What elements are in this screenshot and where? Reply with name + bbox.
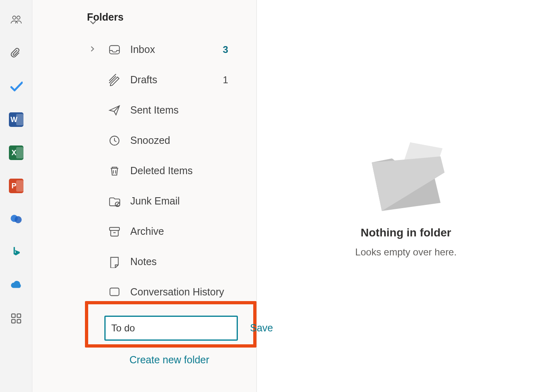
folder-sent[interactable]: Sent Items [32, 95, 256, 125]
folder-label: Snoozed [130, 135, 170, 146]
new-folder-highlight: Save [85, 301, 256, 348]
chevron-right-icon [88, 44, 96, 55]
empty-folder-illustration [362, 134, 451, 219]
more-apps-icon[interactable] [8, 310, 24, 327]
folder-drafts[interactable]: Drafts1 [32, 65, 256, 95]
svg-rect-7 [17, 319, 21, 323]
folder-label: Notes [130, 256, 157, 268]
powerpoint-icon[interactable]: P [8, 178, 24, 194]
folder-label: Sent Items [130, 104, 179, 116]
folder-notes[interactable]: Notes [32, 247, 256, 277]
folder-label: Deleted Items [130, 165, 193, 177]
excel-icon[interactable]: X [8, 145, 24, 161]
inbox-icon [108, 43, 121, 57]
chevron-down-icon [87, 16, 99, 28]
bing-icon[interactable] [8, 244, 24, 260]
word-icon[interactable]: W [8, 112, 24, 128]
svg-point-1 [17, 16, 20, 19]
drafts-icon [108, 73, 121, 87]
deleted-icon [108, 164, 121, 178]
convhist-icon [108, 285, 121, 299]
folder-inbox[interactable]: Inbox3 [32, 34, 256, 65]
folder-label: Inbox [130, 44, 155, 55]
snoozed-icon [108, 134, 121, 148]
archive-icon [108, 225, 121, 238]
svg-point-3 [15, 216, 22, 223]
folder-pane: Folders Inbox3Drafts1Sent ItemsSnoozedDe… [32, 0, 257, 392]
svg-rect-6 [11, 319, 15, 323]
onedrive-icon[interactable] [8, 277, 24, 293]
create-new-folder-link[interactable]: Create new folder [32, 348, 209, 366]
folders-list: Inbox3Drafts1Sent ItemsSnoozedDeleted It… [32, 34, 256, 307]
people-icon[interactable] [8, 12, 24, 28]
folder-count: 3 [223, 44, 228, 55]
todo-icon[interactable] [8, 78, 24, 95]
app-rail: W X P [0, 0, 32, 392]
svg-rect-8 [110, 45, 119, 54]
svg-point-0 [13, 16, 16, 19]
svg-rect-4 [11, 314, 15, 318]
folder-label: Junk Email [130, 195, 180, 207]
folder-label: Archive [130, 226, 164, 237]
folder-label: Conversation History [130, 286, 224, 298]
svg-rect-5 [17, 314, 21, 318]
folder-junk[interactable]: Junk Email [32, 186, 256, 216]
folder-deleted[interactable]: Deleted Items [32, 156, 256, 186]
svg-rect-11 [110, 227, 119, 230]
attachment-icon[interactable] [8, 45, 24, 61]
save-button[interactable]: Save [250, 322, 273, 334]
viva-icon[interactable] [8, 211, 24, 227]
folder-count: 1 [223, 74, 228, 86]
folder-label: Drafts [130, 74, 157, 86]
empty-state-subtitle: Looks empty over here. [355, 247, 457, 258]
folder-snoozed[interactable]: Snoozed [32, 125, 256, 156]
junk-icon [108, 194, 121, 208]
folder-archive[interactable]: Archive [32, 216, 256, 247]
empty-state-title: Nothing in folder [361, 226, 451, 239]
content-area: Nothing in folder Looks empty over here. [257, 0, 555, 392]
notes-icon [108, 255, 121, 269]
folders-section-header[interactable]: Folders [32, 7, 256, 34]
new-folder-input[interactable] [104, 316, 238, 341]
sent-icon [108, 103, 121, 117]
